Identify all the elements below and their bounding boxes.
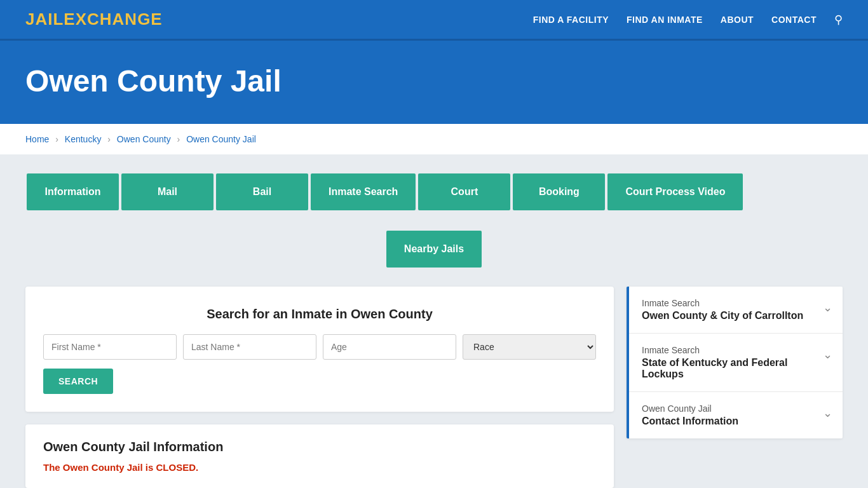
tab-booking[interactable]: Booking <box>513 173 605 210</box>
tab-court-process-video[interactable]: Court Process Video <box>607 173 743 210</box>
tab-row-2: Nearby Jails <box>25 229 843 269</box>
sidebar-item-2-title: Contact Information <box>642 416 738 427</box>
sidebar-item-0-text: Inmate Search Owen County & City of Carr… <box>642 298 803 322</box>
nav-find-facility[interactable]: FIND A FACILITY <box>533 15 609 25</box>
nav-find-inmate[interactable]: FIND AN INMATE <box>627 15 703 25</box>
tab-row-1: Information Mail Bail Inmate Search Cour… <box>25 172 843 212</box>
closed-notice: The Owen County Jail is CLOSED. <box>43 462 596 473</box>
main-nav: FIND A FACILITY FIND AN INMATE ABOUT CON… <box>533 13 843 27</box>
chevron-down-icon-0: ⌄ <box>823 301 832 315</box>
tab-bail[interactable]: Bail <box>216 173 308 210</box>
jail-info-section: Owen County Jail Information The Owen Co… <box>25 424 614 488</box>
sidebar-card: Inmate Search Owen County & City of Carr… <box>627 287 843 438</box>
page-title: Owen County Jail <box>25 64 843 98</box>
sidebar-item-0[interactable]: Inmate Search Owen County & City of Carr… <box>629 287 843 334</box>
site-header: JAILEXCHANGE FIND A FACILITY FIND AN INM… <box>0 0 868 41</box>
tab-inmate-search[interactable]: Inmate Search <box>311 173 416 210</box>
logo-jail: JAIL <box>25 10 64 29</box>
hero-section: Owen County Jail <box>0 41 868 124</box>
search-heading: Search for an Inmate in Owen County <box>43 307 596 322</box>
content-columns: Search for an Inmate in Owen County Race… <box>25 287 843 488</box>
breadcrumb-sep-3: › <box>177 134 180 144</box>
site-logo[interactable]: JAILEXCHANGE <box>25 10 163 29</box>
sidebar-item-1-text: Inmate Search State of Kentucky and Fede… <box>642 345 823 380</box>
logo-exchange: EXCHANGE <box>64 10 162 29</box>
tab-information[interactable]: Information <box>27 173 119 210</box>
sidebar-item-0-title: Owen County & City of Carrollton <box>642 310 803 322</box>
sidebar-item-2-label: Owen County Jail <box>642 403 738 414</box>
sidebar-item-1-title: State of Kentucky and Federal Lockups <box>642 357 823 380</box>
sidebar-item-2-text: Owen County Jail Contact Information <box>642 403 738 427</box>
age-input[interactable] <box>323 334 456 360</box>
info-section-heading: Owen County Jail Information <box>43 440 596 454</box>
right-sidebar: Inmate Search Owen County & City of Carr… <box>627 287 843 438</box>
left-column: Search for an Inmate in Owen County Race… <box>25 287 614 488</box>
first-name-input[interactable] <box>43 334 177 360</box>
header-search-button[interactable]: ⚲ <box>834 13 843 27</box>
sidebar-item-1[interactable]: Inmate Search State of Kentucky and Fede… <box>629 334 843 392</box>
breadcrumb-home[interactable]: Home <box>25 134 49 144</box>
chevron-down-icon-2: ⌄ <box>823 406 832 420</box>
nav-contact[interactable]: CONTACT <box>771 15 817 25</box>
search-submit-button[interactable]: SEARCH <box>43 369 113 394</box>
sidebar-item-1-label: Inmate Search <box>642 345 823 355</box>
tab-mail[interactable]: Mail <box>121 173 214 210</box>
tab-nearby-jails[interactable]: Nearby Jails <box>386 231 482 268</box>
breadcrumb-current: Owen County Jail <box>186 134 256 144</box>
sidebar-item-2[interactable]: Owen County Jail Contact Information ⌄ <box>629 392 843 438</box>
breadcrumb-sep-2: › <box>107 134 111 144</box>
last-name-input[interactable] <box>183 334 316 360</box>
inmate-search-box: Search for an Inmate in Owen County Race… <box>25 287 614 412</box>
search-form-inputs: Race White Black Hispanic Asian Other <box>43 334 596 360</box>
tab-court[interactable]: Court <box>418 173 510 210</box>
chevron-down-icon-1: ⌄ <box>823 348 832 362</box>
main-content: Information Mail Bail Inmate Search Cour… <box>0 154 868 488</box>
nav-about[interactable]: ABOUT <box>721 15 754 25</box>
breadcrumb-owen-county[interactable]: Owen County <box>117 134 171 144</box>
breadcrumb-kentucky[interactable]: Kentucky <box>65 134 102 144</box>
sidebar-item-0-label: Inmate Search <box>642 298 803 308</box>
race-select[interactable]: Race White Black Hispanic Asian Other <box>463 334 596 360</box>
breadcrumb-sep-1: › <box>55 134 58 144</box>
breadcrumb: Home › Kentucky › Owen County › Owen Cou… <box>0 124 868 154</box>
